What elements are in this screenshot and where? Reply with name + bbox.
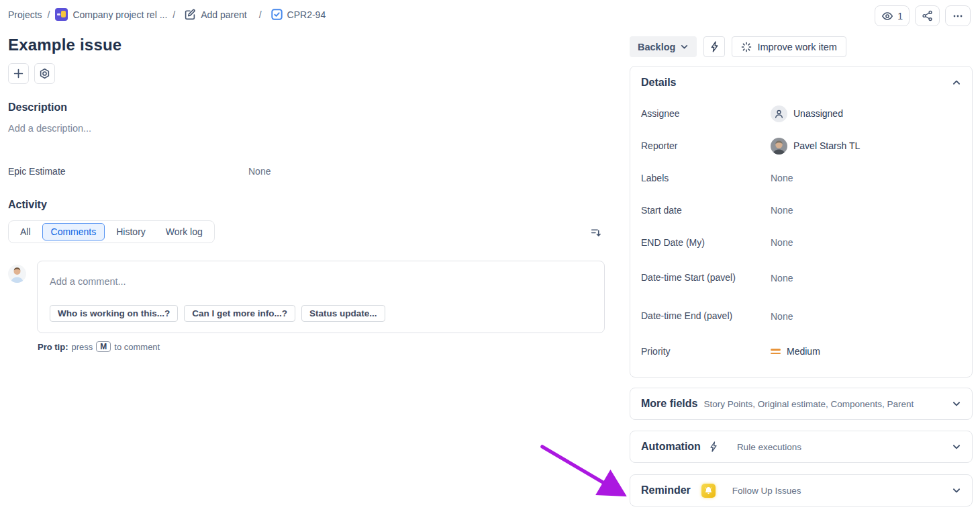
share-button[interactable] [915, 5, 940, 26]
edit-icon [185, 9, 196, 20]
reporter-value: Pavel Starsh TL [793, 140, 860, 151]
datetime-end-row[interactable]: Date-time End (pavel) None [641, 297, 961, 335]
start-date-row[interactable]: Start date None [641, 194, 961, 226]
datetime-start-label: Date-time Start (pavel) [641, 271, 771, 284]
reminder-title: Reminder [641, 484, 691, 496]
ai-sparkle-icon [741, 42, 752, 52]
quick-reply-status-update[interactable]: Status update... [301, 305, 385, 322]
automation-subtitle: Rule executions [737, 442, 801, 452]
more-fields-panel[interactable]: More fields Story Points, Original estim… [630, 388, 973, 420]
breadcrumb-issue-key-label: CPR2-94 [287, 9, 326, 20]
labels-row[interactable]: Labels None [641, 162, 961, 194]
watchers-count: 1 [897, 11, 903, 21]
top-bar: Projects / Company project rel ... / Add… [0, 0, 980, 26]
assignee-row[interactable]: Assignee Unassigned [641, 97, 961, 130]
details-header[interactable]: Details [641, 77, 961, 89]
current-user-avatar [8, 265, 26, 283]
priority-medium-icon [771, 349, 781, 354]
tab-all[interactable]: All [11, 223, 40, 240]
sort-order-button[interactable] [587, 224, 604, 240]
breadcrumb-add-parent-label: Add parent [201, 9, 247, 20]
reminder-panel[interactable]: Reminder Follow Up Issues [630, 474, 973, 507]
pro-tip: Pro tip: press M to comment [38, 341, 607, 352]
datetime-end-label: Date-time End (pavel) [641, 310, 771, 322]
issue-main-column: Example issue Description Add a descript… [0, 36, 607, 352]
details-card: Details Assignee Unassigned Reporter [630, 66, 973, 378]
watchers-button[interactable]: 1 [875, 5, 910, 26]
labels-value: None [771, 173, 793, 183]
breadcrumb-add-parent[interactable]: Add parent [185, 9, 247, 20]
description-heading: Description [8, 101, 607, 114]
issue-title[interactable]: Example issue [8, 36, 607, 54]
pro-tip-text2: to comment [114, 342, 160, 352]
chevron-down-icon [680, 42, 689, 51]
datetime-start-row[interactable]: Date-time Start (pavel) None [641, 259, 961, 297]
breadcrumb-project-label: Company project rel ... [72, 9, 167, 20]
plus-icon [13, 68, 24, 79]
pro-tip-text1: press [72, 342, 93, 352]
pro-tip-bold: Pro tip: [38, 342, 68, 352]
status-dropdown[interactable]: Backlog [630, 36, 697, 57]
chevron-down-icon[interactable] [952, 442, 961, 451]
description-placeholder[interactable]: Add a description... [8, 123, 607, 134]
apps-settings-button[interactable] [34, 63, 55, 84]
breadcrumb-projects[interactable]: Projects [8, 9, 42, 20]
add-button[interactable] [8, 63, 29, 84]
lightning-icon [709, 41, 720, 52]
tab-history[interactable]: History [107, 223, 154, 240]
comment-placeholder: Add a comment... [50, 276, 593, 287]
epic-estimate-label: Epic Estimate [8, 166, 248, 177]
tab-worklog[interactable]: Work log [157, 223, 211, 240]
status-label: Backlog [638, 42, 675, 52]
breadcrumb-separator: / [48, 9, 50, 20]
issue-side-panel: Backlog Improve work item Details [630, 36, 973, 507]
topbar-actions: 1 [875, 5, 971, 26]
priority-row[interactable]: Priority Medium [641, 335, 961, 367]
end-date-row[interactable]: END Date (My) None [641, 226, 961, 259]
quick-reply-who-is-working[interactable]: Who is working on this...? [50, 305, 178, 322]
end-date-value: None [771, 237, 793, 248]
breadcrumb-project[interactable]: Company project rel ... [55, 8, 167, 21]
breadcrumb-separator: / [173, 9, 175, 20]
end-date-label: END Date (My) [641, 236, 771, 249]
reporter-label: Reporter [641, 140, 771, 152]
improve-work-item-button[interactable]: Improve work item [732, 36, 846, 57]
datetime-end-value: None [771, 311, 793, 322]
ellipsis-icon [952, 10, 964, 22]
project-avatar-icon [55, 8, 68, 21]
automation-quick-button[interactable] [703, 36, 725, 57]
unassigned-avatar-icon [771, 105, 787, 122]
priority-value: Medium [787, 346, 820, 357]
comment-area: Add a comment... Who is working on this.… [8, 261, 607, 333]
priority-label: Priority [641, 345, 771, 358]
lightning-icon [709, 441, 718, 452]
issue-toolbar [8, 63, 607, 84]
more-actions-button[interactable] [945, 5, 971, 26]
reporter-avatar [771, 138, 787, 155]
automation-panel[interactable]: Automation Rule executions [630, 431, 973, 463]
breadcrumb-separator: / [259, 9, 262, 20]
chevron-up-icon[interactable] [952, 78, 961, 87]
task-type-icon [271, 9, 283, 20]
epic-estimate-row[interactable]: Epic Estimate None [8, 166, 607, 177]
chevron-down-icon[interactable] [952, 486, 961, 495]
chevron-down-icon[interactable] [952, 399, 961, 408]
sort-icon [590, 226, 601, 238]
start-date-value: None [771, 205, 793, 216]
details-title: Details [641, 77, 676, 89]
share-icon [922, 10, 933, 21]
quick-reply-chips: Who is working on this...? Can I get mor… [50, 305, 593, 322]
epic-estimate-value: None [248, 166, 271, 177]
breadcrumb-issue-key[interactable]: CPR2-94 [271, 9, 326, 20]
reminder-bell-icon [701, 484, 716, 498]
tab-comments[interactable]: Comments [42, 223, 105, 240]
annotation-arrow [524, 433, 641, 513]
reporter-row[interactable]: Reporter Pavel Starsh TL [641, 130, 961, 162]
more-fields-title: More fields [641, 398, 697, 410]
assignee-value: Unassigned [793, 108, 843, 119]
comment-input[interactable]: Add a comment... Who is working on this.… [37, 261, 605, 333]
labels-label: Labels [641, 172, 771, 185]
reminder-subtitle: Follow Up Issues [732, 486, 801, 496]
quick-reply-more-info[interactable]: Can I get more info...? [184, 305, 295, 322]
status-row: Backlog Improve work item [630, 36, 973, 57]
